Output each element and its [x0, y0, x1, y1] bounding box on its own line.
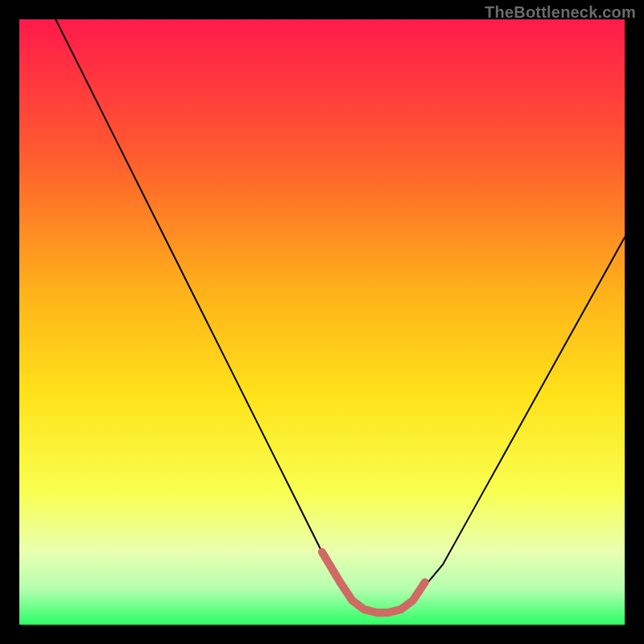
chart-frame: TheBottleneck.com	[0, 0, 644, 644]
bottleneck-chart	[19, 19, 625, 625]
gradient-background	[19, 19, 625, 625]
